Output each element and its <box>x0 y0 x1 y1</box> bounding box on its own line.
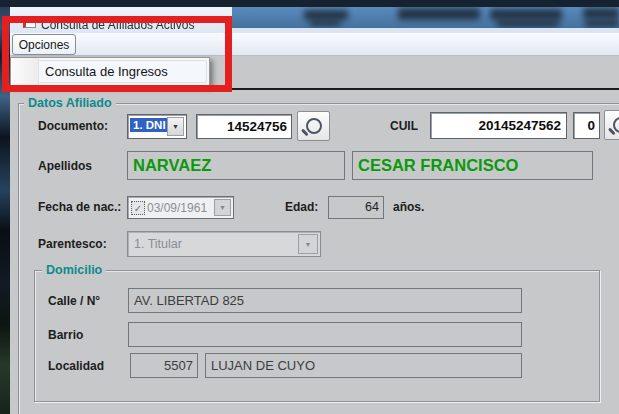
groupbox-datos-title: Datos Afiliado <box>24 96 116 110</box>
blurred-text-blob <box>490 9 562 20</box>
field-calle: AV. LIBERTAD 825 <box>128 288 522 313</box>
window-title: Consulta de Afiliados Activos <box>41 18 194 32</box>
field-edad: 64 <box>328 196 384 219</box>
field-nombres: CESAR FRANCISCO <box>352 151 593 180</box>
blurred-text-blob <box>585 20 619 27</box>
field-apellido: NARVAEZ <box>127 151 345 180</box>
menu-item-consulta-ingresos[interactable]: Consulta de Ingresos <box>45 58 168 85</box>
menu-bar <box>10 33 619 56</box>
window-top-edge <box>0 0 619 7</box>
menu-icon-gutter <box>11 58 39 85</box>
blurred-text-blob <box>583 8 619 19</box>
search-icon <box>613 117 619 133</box>
blurred-text-blob <box>310 20 340 26</box>
menu-item-text: Consulta de Ingresos <box>45 64 168 79</box>
field-barrio <box>128 322 522 347</box>
search-cuil-button[interactable] <box>604 110 619 140</box>
field-localidad-codigo: 5507 <box>130 353 198 378</box>
groupbox-domicilio-title: Domicilio <box>42 263 106 277</box>
checkbox-fecha[interactable]: ✓ <box>131 201 145 215</box>
label-calle: Calle / N° <box>48 294 100 308</box>
label-cuil: CUIL <box>390 119 418 133</box>
parent-window-titlebar-blurred <box>232 7 619 28</box>
label-edad: Edad: <box>285 200 318 214</box>
datepicker-fecha-nac[interactable]: ✓ 03/09/1961 ▼ <box>127 196 234 219</box>
chevron-down-icon[interactable]: ▼ <box>167 117 184 136</box>
label-fecha-nac: Fecha de nac.: <box>38 200 121 214</box>
combo-tipo-documento-value: 1. DNI <box>130 118 169 132</box>
label-apellidos: Apellidos <box>38 159 92 173</box>
label-localidad: Localidad <box>48 359 104 373</box>
chevron-down-icon: ▼ <box>214 199 231 216</box>
label-parentesco: Parentesco: <box>38 237 107 251</box>
blurred-text-blob <box>304 10 348 20</box>
menu-opciones-label: Opciones <box>19 38 70 52</box>
child-window-titlebar: Consulta de Afiliados Activos <box>10 7 232 33</box>
input-cuil[interactable]: 20145247562 <box>430 112 567 139</box>
blurred-text-blob <box>497 20 559 27</box>
input-documento-numero[interactable]: 14524756 <box>196 114 292 139</box>
combo-parentesco: 1. Titular ▼ <box>127 231 321 257</box>
desktop-background-strip <box>0 7 10 414</box>
search-icon <box>306 118 322 134</box>
search-documento-button[interactable] <box>297 111 330 141</box>
window-icon <box>23 17 36 28</box>
chevron-down-icon: ▼ <box>298 234 318 254</box>
input-cuil-digito[interactable]: 0 <box>573 112 600 139</box>
opciones-dropdown-menu: Consulta de Ingresos <box>10 57 210 86</box>
blurred-text-blob <box>398 8 480 20</box>
label-documento: Documento: <box>38 119 108 133</box>
combo-parentesco-value: 1. Titular <box>134 237 182 251</box>
label-anios: años. <box>393 200 424 214</box>
menu-opciones[interactable]: Opciones <box>12 34 76 55</box>
combo-tipo-documento[interactable]: 1. DNI ▼ <box>127 114 187 139</box>
datepicker-value: 03/09/1961 <box>147 201 207 215</box>
label-barrio: Barrio <box>48 328 83 342</box>
field-localidad-nombre: LUJAN DE CUYO <box>205 353 522 378</box>
application-window: Consulta de Afiliados Activos Opciones C… <box>0 0 619 414</box>
